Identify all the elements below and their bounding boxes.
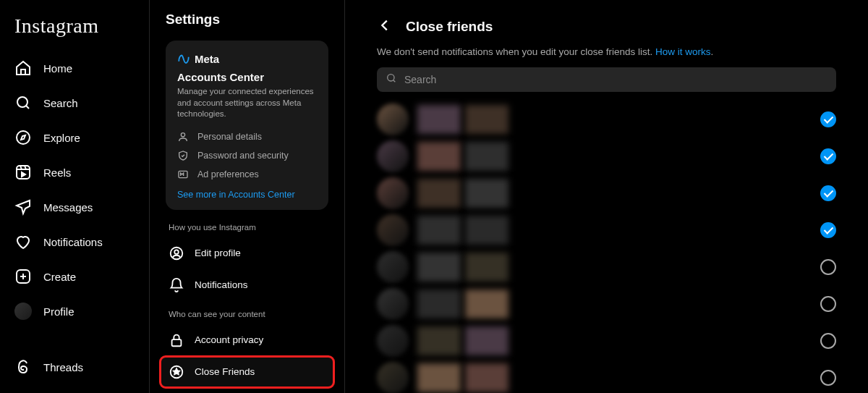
main-panel: Close friends We don't send notification… xyxy=(345,0,868,393)
star-circle-icon xyxy=(169,364,184,380)
friend-name-redacted xyxy=(417,326,820,355)
plus-icon xyxy=(14,268,32,285)
nav-search[interactable]: Search xyxy=(9,85,140,120)
friend-toggle[interactable] xyxy=(820,222,836,238)
nav-explore[interactable]: Explore xyxy=(9,120,140,155)
nav-label: Explore xyxy=(43,132,80,144)
friend-name-redacted xyxy=(417,179,820,208)
svg-rect-2 xyxy=(17,166,30,179)
ac-password-security[interactable]: Password and security xyxy=(177,146,317,165)
nav-label: Reels xyxy=(43,166,71,179)
ac-personal-details[interactable]: Personal details xyxy=(177,127,317,146)
friend-name-redacted xyxy=(417,363,820,392)
section-how-you-use: How you use Instagram xyxy=(169,223,326,232)
page-title: Close friends xyxy=(406,19,493,35)
nav-label: Home xyxy=(43,62,72,75)
settings-notifications[interactable]: Notifications xyxy=(160,269,334,301)
friend-toggle[interactable] xyxy=(820,185,836,201)
settings-close-friends[interactable]: Close Friends xyxy=(160,356,334,388)
nav-label: Search xyxy=(43,97,78,109)
accounts-center-card[interactable]: Meta Accounts Center Manage your connect… xyxy=(166,41,328,210)
nav-reels[interactable]: Reels xyxy=(9,155,140,190)
nav-label: Create xyxy=(43,271,76,283)
friend-row[interactable] xyxy=(377,138,836,174)
nav-label: Notifications xyxy=(43,236,103,248)
settings-account-privacy[interactable]: Account privacy xyxy=(160,324,334,356)
nav-label: Profile xyxy=(43,305,75,318)
friend-avatar xyxy=(377,103,409,135)
search-icon xyxy=(386,72,397,87)
ad-icon xyxy=(177,169,189,180)
friend-row[interactable] xyxy=(377,359,836,393)
heart-icon xyxy=(14,233,32,250)
friend-avatar xyxy=(377,214,409,246)
svg-rect-8 xyxy=(172,339,182,346)
nav-profile[interactable]: Profile xyxy=(9,294,140,329)
settings-panel: Settings Meta Accounts Center Manage you… xyxy=(150,0,345,393)
subtitle: We don't send notifications when you edi… xyxy=(377,46,836,57)
nav-notifications[interactable]: Notifications xyxy=(9,224,140,259)
shield-icon xyxy=(177,150,189,161)
bell-icon xyxy=(169,277,184,293)
friend-row[interactable] xyxy=(377,285,836,322)
friend-name-redacted xyxy=(417,290,820,318)
settings-blocked[interactable]: Blocked xyxy=(160,388,334,393)
ac-ad-preferences[interactable]: Ad preferences xyxy=(177,165,317,184)
friend-toggle[interactable] xyxy=(820,259,836,275)
friend-toggle[interactable] xyxy=(820,148,836,164)
search-icon xyxy=(14,94,32,111)
svg-point-11 xyxy=(388,75,394,81)
svg-point-7 xyxy=(174,250,179,254)
friend-row[interactable] xyxy=(377,248,836,285)
friend-avatar xyxy=(377,288,409,320)
compass-icon xyxy=(14,129,32,146)
nav-messages[interactable]: Messages xyxy=(9,190,140,224)
friend-list xyxy=(377,101,836,393)
back-button[interactable] xyxy=(377,17,393,36)
home-icon xyxy=(14,59,32,77)
svg-point-1 xyxy=(17,131,30,144)
friend-avatar xyxy=(377,362,409,394)
friend-name-redacted xyxy=(417,216,820,245)
nav-create[interactable]: Create xyxy=(9,259,140,294)
friend-row[interactable] xyxy=(377,174,836,211)
instagram-logo[interactable]: Instagram xyxy=(9,6,140,51)
nav-home[interactable]: Home xyxy=(9,51,140,85)
reels-icon xyxy=(14,164,32,181)
settings-title: Settings xyxy=(166,12,328,28)
friend-name-redacted xyxy=(417,105,820,134)
person-icon xyxy=(177,131,189,143)
svg-point-4 xyxy=(181,132,184,136)
nav-label: Messages xyxy=(43,201,93,214)
svg-point-0 xyxy=(17,97,27,107)
friend-avatar xyxy=(377,177,409,209)
messenger-icon xyxy=(14,198,32,216)
friend-name-redacted xyxy=(417,142,820,171)
section-who-can-see: Who can see your content xyxy=(169,310,326,318)
friend-avatar xyxy=(377,140,409,172)
nav-label: Threads xyxy=(43,361,83,373)
profile-circle-icon xyxy=(169,245,184,261)
meta-logo: Meta xyxy=(177,52,317,65)
friend-avatar xyxy=(377,325,409,357)
friend-row[interactable] xyxy=(377,322,836,359)
search-input[interactable] xyxy=(404,74,827,85)
friend-name-redacted xyxy=(417,253,820,282)
friend-toggle[interactable] xyxy=(820,111,836,127)
how-it-works-link[interactable]: How it works xyxy=(655,46,711,57)
friend-avatar xyxy=(377,251,409,283)
friend-toggle[interactable] xyxy=(820,370,836,386)
settings-edit-profile[interactable]: Edit profile xyxy=(160,237,334,269)
search-bar[interactable] xyxy=(377,67,836,92)
friend-toggle[interactable] xyxy=(820,333,836,349)
friend-row[interactable] xyxy=(377,101,836,138)
avatar-icon xyxy=(14,303,32,320)
accounts-center-title: Accounts Center xyxy=(177,71,317,83)
friend-toggle[interactable] xyxy=(820,296,836,312)
ac-see-more-link[interactable]: See more in Accounts Center xyxy=(177,190,317,200)
nav-threads[interactable]: Threads xyxy=(9,350,140,384)
lock-icon xyxy=(169,332,184,348)
friend-row[interactable] xyxy=(377,211,836,248)
accounts-center-desc: Manage your connected experiences and ac… xyxy=(177,86,317,120)
threads-icon xyxy=(14,358,32,376)
